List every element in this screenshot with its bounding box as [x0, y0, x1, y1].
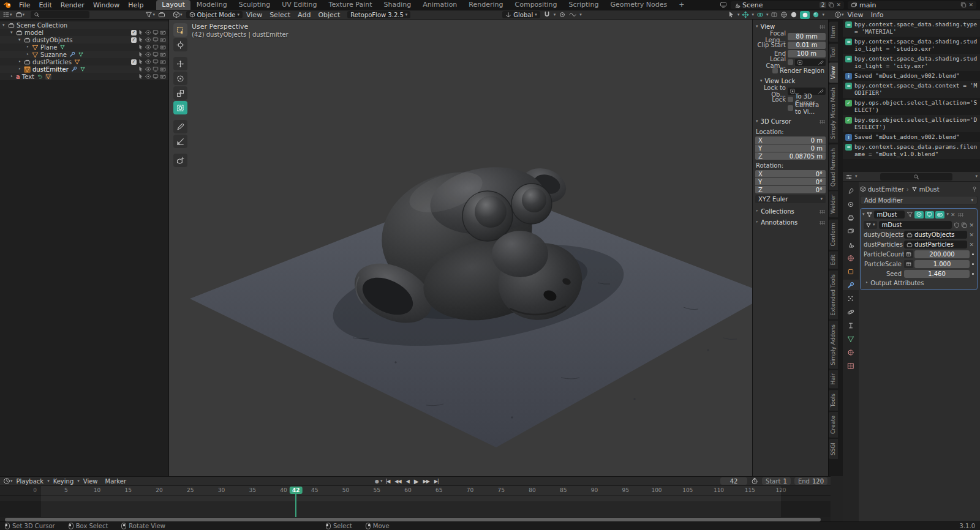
jump-to-start-button[interactable]: |◀ [384, 479, 392, 484]
menu-window[interactable]: Window [89, 1, 124, 9]
render-region-checkbox[interactable] [772, 68, 778, 73]
info-log-line[interactable]: iSaved "mDust_addon_v002.blend" [843, 71, 980, 81]
shading-solid-icon[interactable] [790, 11, 797, 18]
outliner-row[interactable]: ▾model✓ [0, 29, 168, 36]
view-layer-selector[interactable]: main ✕ [848, 1, 976, 9]
hide-icon[interactable] [145, 51, 151, 58]
info-log-line[interactable]: ≡bpy.context.space_data.shading.studio_l… [843, 54, 980, 71]
sidebar-tab-item[interactable]: Item [829, 22, 838, 42]
selectable-icon[interactable] [138, 66, 144, 72]
add-workspace-button[interactable]: + [673, 0, 690, 10]
properties-tab-physics[interactable] [843, 307, 859, 317]
remove-view-layer-icon[interactable]: ✕ [968, 2, 973, 8]
outliner-row[interactable]: ‣dustParticles✓ [0, 58, 168, 65]
selectable-icon[interactable] [138, 73, 144, 80]
sidebar-tab-edit[interactable]: Edit [829, 251, 838, 269]
cursor-panel-header[interactable]: ▾3D Cursor [755, 116, 826, 127]
disable-render-icon[interactable] [160, 51, 166, 58]
expand-icon[interactable]: ▾ [18, 38, 24, 42]
disable-viewport-icon[interactable] [153, 44, 159, 50]
drag-handle-icon[interactable] [958, 213, 963, 217]
tool-measure[interactable] [173, 135, 187, 148]
disable-render-icon[interactable] [160, 44, 166, 50]
menu-render[interactable]: Render [56, 1, 89, 9]
tool-add-cube[interactable] [173, 154, 187, 167]
sidebar-tab-simply-micro-mesh[interactable]: Simply Micro Mesh [829, 84, 838, 143]
properties-filter-icon[interactable]: ▾ [975, 174, 978, 179]
timeline-menu-view[interactable]: View [80, 478, 102, 485]
viewport-menu-add[interactable]: Add [294, 11, 314, 19]
viewport-menu-view[interactable]: View [243, 11, 266, 19]
selectable-icon[interactable] [138, 51, 144, 58]
info-editor-type-icon[interactable] [834, 11, 842, 18]
properties-tab-modifiers[interactable] [843, 280, 859, 290]
outliner-row[interactable]: ‣aText [0, 73, 168, 80]
properties-tab-object-data[interactable] [843, 334, 859, 344]
breadcrumb-modifier[interactable]: mDust [919, 186, 940, 193]
properties-tab-constraints[interactable] [843, 320, 859, 330]
on-cage-icon[interactable] [907, 211, 913, 218]
expand-icon[interactable]: ‣ [18, 60, 24, 64]
stopwatch-icon[interactable] [751, 477, 758, 485]
disable-render-icon[interactable] [160, 29, 166, 35]
cursor-rotation-y-field[interactable]: Y0° [755, 178, 826, 185]
rotation-mode-dropdown[interactable]: XYZ Euler▾ [755, 195, 826, 203]
outliner-row[interactable]: ‣Plane [0, 43, 168, 51]
workspace-tab-modeling[interactable]: Modeling [191, 0, 233, 10]
expand-icon[interactable]: ‣ [18, 67, 24, 72]
info-log-line[interactable]: ≡bpy.context.space_data.shading.studio_l… [843, 37, 980, 54]
properties-tab-render[interactable] [843, 199, 859, 209]
setting-value-field[interactable]: 0.01 m [788, 42, 826, 49]
selectability-icon[interactable] [728, 11, 735, 18]
sidebar-tab-hair[interactable]: Hair [829, 370, 838, 388]
transform-orientation-dropdown[interactable]: Global▾ [502, 11, 540, 18]
add-modifier-button[interactable]: Add Modifier▾ [860, 196, 978, 204]
outliner-item-label[interactable]: dustEmitter [32, 66, 69, 73]
modifier-extras-icon[interactable]: ▾ [947, 212, 949, 217]
shading-material-icon[interactable] [800, 11, 810, 19]
local-camera-field[interactable] [795, 59, 826, 66]
info-log-line[interactable]: ≡bpy.context.space_data.context = 'MODIF… [843, 81, 980, 98]
realtime-toggle-icon[interactable] [925, 211, 934, 218]
timeline-editor-type-icon[interactable] [3, 477, 10, 485]
outliner-item-label[interactable]: Plane [40, 44, 57, 51]
expand-icon[interactable]: ‣ [26, 45, 32, 50]
fake-user-icon[interactable] [954, 222, 960, 228]
number-field[interactable]: 1.000 [914, 260, 970, 268]
outliner-editor-type-icon[interactable] [2, 11, 10, 18]
info-log-line[interactable]: ≡bpy.context.space_data.params.filename … [843, 142, 980, 159]
outliner-search-input[interactable] [31, 11, 89, 18]
workspace-tab-layout[interactable]: Layout [156, 0, 190, 10]
filter-icon[interactable] [145, 11, 153, 18]
outliner-item-label[interactable]: model [24, 29, 43, 36]
selectable-icon[interactable] [138, 29, 144, 35]
properties-tab-material[interactable] [843, 347, 859, 357]
sidebar-tab-quad-remesh[interactable]: Quad Remesh [829, 144, 838, 190]
outliner-row[interactable]: ‣Suzanne [0, 51, 168, 58]
outliner-item-label[interactable]: dustyObjects [32, 37, 73, 43]
sidebar-tab-conform[interactable]: Conform [829, 219, 838, 250]
sidebar-tab-ssgi[interactable]: SSGI [829, 439, 838, 459]
workspace-tab-shading[interactable]: Shading [379, 0, 417, 10]
properties-tab-texture[interactable] [843, 360, 859, 371]
timeline-ruler[interactable]: 0510152025303540455055606570758085909510… [0, 486, 831, 496]
outliner-item-label[interactable]: Scene Collection [17, 22, 67, 29]
viewport-editor-type-icon[interactable] [173, 11, 180, 18]
info-log[interactable]: ≡bpy.context.space_data.shading.type = '… [843, 20, 980, 172]
outliner-row[interactable]: ‣dustEmitter [0, 65, 168, 73]
disable-viewport-icon[interactable] [153, 66, 159, 72]
overlays-icon[interactable] [756, 11, 764, 18]
proportional-editing-icon[interactable] [559, 11, 566, 18]
properties-tab-object[interactable] [843, 266, 859, 277]
cursor-location-y-field[interactable]: Y0 m [755, 144, 826, 152]
annotations-panel-header[interactable]: ‣Annotations [755, 217, 826, 228]
disable-render-icon[interactable] [160, 37, 166, 43]
disable-render-icon[interactable] [160, 66, 166, 72]
edit-mode-toggle-icon[interactable] [914, 211, 924, 218]
number-field[interactable]: 200.000 [914, 250, 970, 258]
expand-icon[interactable]: ▾ [862, 212, 865, 217]
tool-scale[interactable] [173, 86, 187, 100]
play-button[interactable]: ▶ [412, 478, 420, 485]
workspace-tab-uv-editing[interactable]: UV Editing [276, 0, 322, 10]
new-collection-icon[interactable] [158, 11, 165, 18]
